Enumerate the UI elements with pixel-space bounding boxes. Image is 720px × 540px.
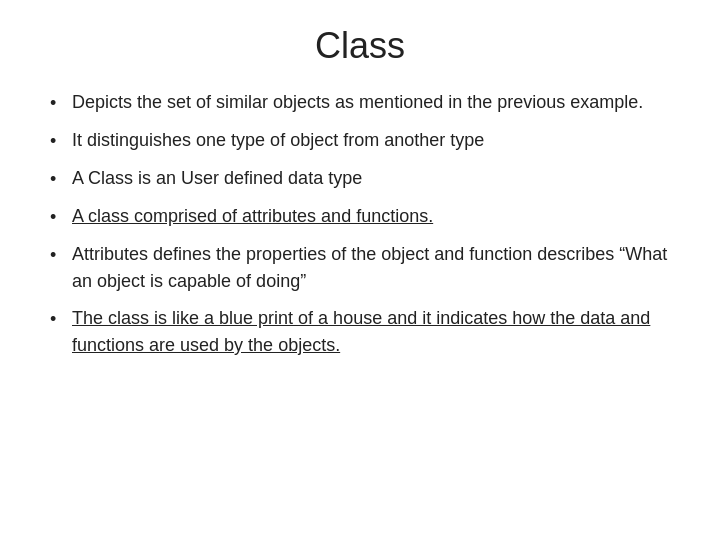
list-item: •A class comprised of attributes and fun…	[50, 203, 670, 231]
bullet-text: A class comprised of attributes and func…	[72, 203, 433, 230]
list-item: •The class is like a blue print of a hou…	[50, 305, 670, 359]
bullet-dot: •	[50, 306, 72, 333]
list-item: •Depicts the set of similar objects as m…	[50, 89, 670, 117]
bullet-dot: •	[50, 166, 72, 193]
list-item: •A Class is an User defined data type	[50, 165, 670, 193]
page-title: Class	[50, 25, 670, 67]
bullet-text: Attributes defines the properties of the…	[72, 241, 670, 295]
list-item: •Attributes defines the properties of th…	[50, 241, 670, 295]
bullet-dot: •	[50, 242, 72, 269]
bullet-text: It distinguishes one type of object from…	[72, 127, 484, 154]
bullet-dot: •	[50, 204, 72, 231]
bullet-text: The class is like a blue print of a hous…	[72, 305, 670, 359]
bullet-list: •Depicts the set of similar objects as m…	[50, 89, 670, 369]
bullet-dot: •	[50, 90, 72, 117]
bullet-text: A Class is an User defined data type	[72, 165, 362, 192]
list-item: •It distinguishes one type of object fro…	[50, 127, 670, 155]
bullet-text: Depicts the set of similar objects as me…	[72, 89, 643, 116]
bullet-dot: •	[50, 128, 72, 155]
page: Class •Depicts the set of similar object…	[0, 0, 720, 540]
